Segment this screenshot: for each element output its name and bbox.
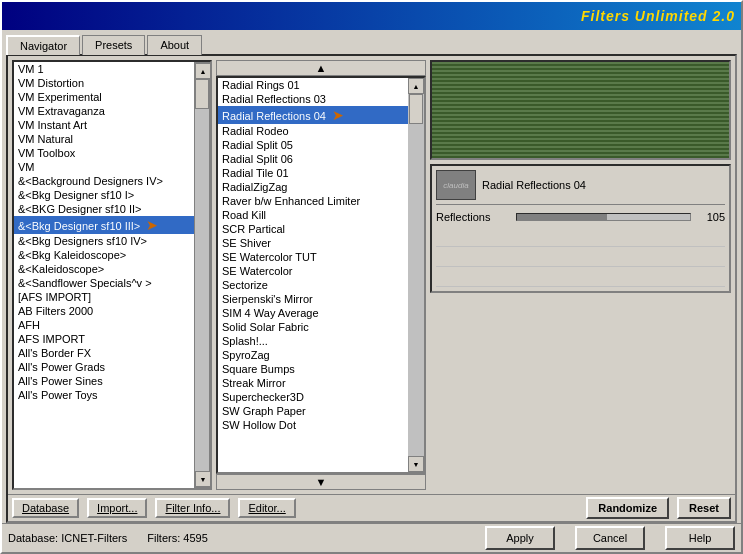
list-item[interactable]: All's Power Grads: [14, 360, 194, 374]
filter-item[interactable]: SIM 4 Way Average: [218, 306, 408, 320]
filter-item[interactable]: Sectorize: [218, 278, 408, 292]
tab-navigator[interactable]: Navigator: [6, 35, 80, 55]
list-item[interactable]: &<Background Designers IV>: [14, 174, 194, 188]
middle-scroll-up[interactable]: ▲: [216, 60, 426, 76]
left-list-panel: VM 1VM DistortionVM ExperimentalVM Extra…: [12, 60, 212, 490]
param-value-reflections: 105: [695, 211, 725, 223]
filter-item[interactable]: Radial Reflections 03: [218, 92, 408, 106]
param-slider-container: 105: [516, 211, 725, 223]
tab-presets[interactable]: Presets: [82, 35, 145, 55]
database-status: Database: ICNET-Filters: [8, 532, 127, 544]
middle-scroll-down-btn[interactable]: ▼: [408, 456, 424, 472]
list-item[interactable]: &<Bkg Kaleidoscope>: [14, 248, 194, 262]
filter-item[interactable]: Superchecker3D: [218, 390, 408, 404]
import-btn[interactable]: Import...: [87, 498, 147, 518]
filter-item[interactable]: SpyroZag: [218, 348, 408, 362]
filter-item[interactable]: SE Watercolor: [218, 264, 408, 278]
empty-row-1: [436, 227, 725, 247]
filter-item[interactable]: Raver b/w Enhanced Limiter: [218, 194, 408, 208]
list-item[interactable]: VM Experimental: [14, 90, 194, 104]
right-panel: claudia Radial Reflections 04 Reflection…: [430, 60, 731, 490]
content-area: VM 1VM DistortionVM ExperimentalVM Extra…: [8, 56, 735, 494]
info-header: claudia Radial Reflections 04: [436, 170, 725, 205]
list-item[interactable]: All's Border FX: [14, 346, 194, 360]
filter-item[interactable]: SCR Partical: [218, 222, 408, 236]
list-item[interactable]: [AFS IMPORT]: [14, 290, 194, 304]
middle-panel: ▲ Radial Rings 01Radial Reflections 03Ra…: [216, 60, 426, 490]
middle-scrollbar: ▲ ▼: [408, 78, 424, 472]
list-item[interactable]: &<Sandflower Specials^v >: [14, 276, 194, 290]
filter-item[interactable]: Square Bumps: [218, 362, 408, 376]
reset-btn[interactable]: Reset: [677, 497, 731, 519]
filter-item[interactable]: SE Shiver: [218, 236, 408, 250]
list-item[interactable]: &<Bkg Designers sf10 IV>: [14, 234, 194, 248]
filter-item[interactable]: SE Watercolor TUT: [218, 250, 408, 264]
filter-item[interactable]: Road Kill: [218, 208, 408, 222]
filter-item[interactable]: Radial Rings 01: [218, 78, 408, 92]
empty-row-3: [436, 267, 725, 287]
tab-bar: Navigator Presets About: [2, 30, 741, 54]
middle-scroll-down[interactable]: ▼: [216, 474, 426, 490]
filter-item[interactable]: SW Graph Paper: [218, 404, 408, 418]
list-item[interactable]: &<BKG Designer sf10 II>: [14, 202, 194, 216]
list-item[interactable]: VM Instant Art: [14, 118, 194, 132]
filter-item[interactable]: SW Hollow Dot: [218, 418, 408, 432]
filter-item[interactable]: Solid Solar Fabric: [218, 320, 408, 334]
list-item[interactable]: &<Kaleidoscope>: [14, 262, 194, 276]
list-item[interactable]: AFH: [14, 318, 194, 332]
list-item[interactable]: VM 1: [14, 62, 194, 76]
status-bar: Database: ICNET-Filters Filters: 4595 Ap…: [2, 523, 741, 552]
list-item[interactable]: All's Power Sines: [14, 374, 194, 388]
param-slider-reflections[interactable]: [516, 213, 691, 221]
info-section: claudia Radial Reflections 04 Reflection…: [430, 164, 731, 293]
left-list: VM 1VM DistortionVM ExperimentalVM Extra…: [14, 62, 194, 488]
filter-item[interactable]: Splash!...: [218, 334, 408, 348]
middle-scroll-thumb[interactable]: [409, 94, 423, 124]
preview-texture: [432, 62, 729, 158]
list-item[interactable]: All's Power Toys: [14, 388, 194, 402]
database-btn[interactable]: Database: [12, 498, 79, 518]
middle-scroll-up-btn[interactable]: ▲: [408, 78, 424, 94]
filter-item[interactable]: Radial Tile 01: [218, 166, 408, 180]
filter-name-label: Radial Reflections 04: [482, 179, 586, 191]
list-item[interactable]: AB Filters 2000: [14, 304, 194, 318]
filter-item[interactable]: Radial Split 06: [218, 152, 408, 166]
cancel-btn[interactable]: Cancel: [575, 526, 645, 550]
left-scroll-down[interactable]: ▼: [195, 471, 211, 487]
list-item[interactable]: VM Distortion: [14, 76, 194, 90]
filter-item[interactable]: Sierpenski's Mirror: [218, 292, 408, 306]
title-bar: Filters Unlimited 2.0: [2, 2, 741, 30]
avatar: claudia: [436, 170, 476, 200]
filter-item[interactable]: Radial Split 05: [218, 138, 408, 152]
list-item[interactable]: VM Toolbox: [14, 146, 194, 160]
editor-btn[interactable]: Editor...: [238, 498, 295, 518]
filter-item[interactable]: Radial Rodeo: [218, 124, 408, 138]
middle-scroll-track: [408, 94, 424, 456]
list-item[interactable]: AFS IMPORT: [14, 332, 194, 346]
bottom-toolbar: Database Import... Filter Info... Editor…: [8, 494, 735, 521]
left-scroll-up[interactable]: ▲: [195, 63, 211, 79]
list-item[interactable]: &<Bkg Designer sf10 I>: [14, 188, 194, 202]
help-btn[interactable]: Help: [665, 526, 735, 550]
tab-about[interactable]: About: [147, 35, 202, 55]
filter-item[interactable]: RadialZigZag: [218, 180, 408, 194]
list-item[interactable]: VM Extravaganza: [14, 104, 194, 118]
main-window: Filters Unlimited 2.0 Navigator Presets …: [0, 0, 743, 554]
list-item[interactable]: VM: [14, 160, 194, 174]
filter-item[interactable]: Radial Reflections 04 ➤: [218, 106, 408, 124]
middle-list-area: Radial Rings 01Radial Reflections 03Radi…: [216, 76, 426, 474]
left-scroll-track: [195, 79, 209, 471]
list-item[interactable]: &<Bkg Designer sf10 III> ➤: [14, 216, 194, 234]
filters-status: Filters: 4595: [147, 532, 208, 544]
left-list-wrapper: VM 1VM DistortionVM ExperimentalVM Extra…: [12, 60, 212, 490]
apply-btn[interactable]: Apply: [485, 526, 555, 550]
filter-item[interactable]: Streak Mirror: [218, 376, 408, 390]
window-title: Filters Unlimited 2.0: [581, 8, 735, 24]
randomize-btn[interactable]: Randomize: [586, 497, 669, 519]
left-scrollbar: ▲ ▼: [194, 62, 210, 488]
filter-info-btn[interactable]: Filter Info...: [155, 498, 230, 518]
list-item[interactable]: VM Natural: [14, 132, 194, 146]
left-panel: VM 1VM DistortionVM ExperimentalVM Extra…: [12, 60, 212, 490]
left-scroll-thumb[interactable]: [195, 79, 209, 109]
param-row-reflections: Reflections 105: [436, 211, 725, 223]
